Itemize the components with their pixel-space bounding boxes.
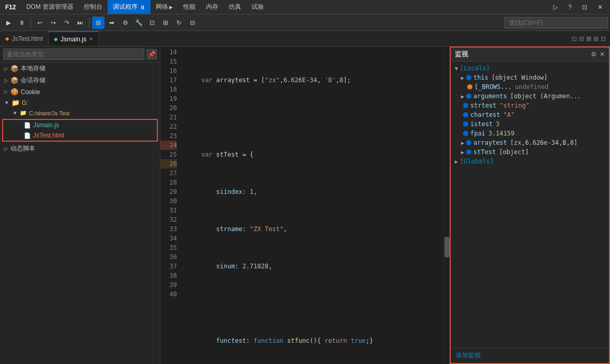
args-icon bbox=[466, 94, 471, 99]
brows-icon bbox=[467, 84, 472, 89]
step-out-button[interactable]: ↷ bbox=[61, 17, 73, 29]
sidebar-item-jsmain[interactable]: 📄 Jsmain.js bbox=[3, 120, 157, 130]
add-monitor-footer[interactable]: 添加监视 bbox=[451, 347, 609, 363]
sttest-expand-icon[interactable]: ▶ bbox=[461, 149, 464, 155]
tab-jsmain-close[interactable]: ✕ bbox=[89, 36, 93, 42]
storage-icon: ▷ bbox=[4, 66, 8, 71]
scroll-thumb[interactable] bbox=[444, 237, 450, 257]
code-line-19: sinum: 2.71828, bbox=[181, 262, 443, 271]
sidebar-item-session-storage[interactable]: ▷ 📦 会话存储 bbox=[0, 74, 160, 86]
sidebar-item-g-drive[interactable]: ▼ 📁 G: bbox=[0, 97, 160, 108]
sidebar-item-jstest-html[interactable]: 📄 JsTest.html bbox=[3, 130, 157, 141]
session-icon: ▷ bbox=[4, 78, 8, 83]
sidebar-item-cookie[interactable]: ▷ 🍪 Cookie bbox=[0, 86, 160, 97]
menu-right-icons: ▷ ? ⊡ ✕ bbox=[550, 3, 610, 12]
step-next-button[interactable]: ⏭ bbox=[74, 17, 86, 29]
monitor-item-brows[interactable]: [_BROWS... undefined bbox=[451, 82, 609, 92]
strtest-value: "string" bbox=[500, 102, 530, 109]
tab-jsmain[interactable]: ◆ Jsmain.js ✕ bbox=[49, 31, 99, 46]
this-expand-icon[interactable]: ▶ bbox=[461, 75, 464, 81]
restore-icon[interactable]: ⊡ bbox=[579, 3, 590, 12]
code-line-21: functest: function stfunc(){ return true… bbox=[181, 336, 443, 345]
menu-emulation[interactable]: 仿真 bbox=[224, 0, 246, 14]
monitor-item-sttest[interactable]: ▶ stTest [object] bbox=[451, 147, 609, 157]
folder-expand-icon: ▼ bbox=[12, 110, 18, 116]
tab-icon1[interactable]: ⊡ bbox=[572, 35, 577, 42]
monitor-item-arguments[interactable]: ▶ arguments [object (Argumen... bbox=[451, 92, 609, 101]
code-line-15 bbox=[181, 113, 443, 122]
tool8[interactable]: ⊞ bbox=[159, 17, 172, 29]
step-over-button[interactable]: ↩ bbox=[34, 17, 46, 29]
ln-17: 17 bbox=[160, 75, 177, 85]
step-into-button[interactable]: ↪ bbox=[47, 17, 59, 29]
menu-dom[interactable]: DOM 资源管理器 bbox=[21, 0, 79, 14]
ln-23: 23 bbox=[160, 131, 177, 141]
ln-26: 26 bbox=[160, 159, 177, 169]
cookie-emoji: 🍪 bbox=[10, 88, 19, 96]
arraytest-icon bbox=[466, 140, 471, 145]
local-storage-label: 本地存储 bbox=[21, 64, 46, 73]
ln-15: 15 bbox=[160, 57, 177, 66]
ln-38: 38 bbox=[160, 271, 177, 280]
tool5[interactable]: ⚙ bbox=[119, 17, 131, 29]
monitor-item-this[interactable]: ▶ this [object Window] bbox=[451, 73, 609, 82]
tab-icon4[interactable]: ⊞ bbox=[593, 35, 599, 42]
breakpoints-button[interactable]: ⊞ bbox=[92, 17, 105, 29]
monitor-item-chartest[interactable]: chartest "A" bbox=[451, 110, 609, 119]
filter-input[interactable] bbox=[3, 49, 144, 60]
tab-jstest[interactable]: ◆ JsTest.html bbox=[0, 31, 49, 46]
menu-memory[interactable]: 内存 bbox=[201, 0, 224, 14]
globals-expand-icon[interactable]: ▶ bbox=[455, 159, 458, 164]
tool9[interactable]: ↻ bbox=[173, 17, 185, 29]
menu-network[interactable]: 网络 ▶ bbox=[151, 0, 178, 14]
scroll-gutter[interactable] bbox=[443, 47, 450, 364]
sidebar-item-local-storage[interactable]: ▷ 📦 本地存储 bbox=[0, 63, 160, 74]
help-icon[interactable]: ? bbox=[565, 3, 575, 12]
monitor-item-fpai[interactable]: fpai 3.14159 bbox=[451, 129, 609, 138]
jsmain-file-icon: 📄 bbox=[24, 122, 31, 129]
search-input[interactable] bbox=[504, 17, 608, 28]
menu-experiment[interactable]: 试验 bbox=[246, 0, 269, 14]
sttest-key: stTest bbox=[473, 148, 496, 156]
strtest-key: strtest bbox=[470, 102, 497, 109]
menu-perf[interactable]: 性能 bbox=[178, 0, 201, 14]
search-bar-container bbox=[504, 17, 608, 28]
tab-icon2[interactable]: ⊟ bbox=[579, 35, 584, 42]
menu-debugger[interactable]: 调试程序 ⏸ bbox=[108, 0, 151, 14]
monitor-item-arraytest[interactable]: ▶ arraytest [zx,6.626e-34,B,8] bbox=[451, 138, 609, 147]
sidebar-item-dynamic-scripts[interactable]: ▷ 动态脚本 bbox=[0, 143, 160, 155]
sidebar-item-js-test-folder[interactable]: ▼ 📁 C:/share/Js Test bbox=[0, 108, 160, 118]
monitor-panel: 监视 ⚙ ✕ ▼ [Locals] ▶ this [object Window] bbox=[450, 47, 610, 364]
play-button[interactable]: ▶ bbox=[2, 17, 14, 29]
ln-19: 19 bbox=[160, 94, 177, 103]
sidebar-search-bar: 📌 bbox=[0, 47, 160, 63]
locals-section[interactable]: ▼ [Locals] bbox=[451, 64, 609, 73]
arraytest-expand-icon[interactable]: ▶ bbox=[461, 140, 464, 146]
fpai-value: 3.14159 bbox=[488, 130, 515, 137]
globals-section[interactable]: ▶ [Globals] bbox=[451, 157, 609, 166]
no-break-button[interactable]: ➡ bbox=[106, 17, 118, 29]
pin-button[interactable]: 📌 bbox=[146, 49, 157, 59]
locals-expand-icon[interactable]: ▼ bbox=[455, 66, 458, 71]
strtest-icon bbox=[463, 103, 468, 108]
expand-icon[interactable]: ▷ bbox=[550, 3, 561, 12]
monitor-settings-icon[interactable]: ⚙ bbox=[591, 51, 597, 58]
tool7[interactable]: ⊡ bbox=[146, 17, 158, 29]
close-icon[interactable]: ✕ bbox=[594, 3, 606, 12]
tool6[interactable]: 🔧 bbox=[132, 17, 145, 29]
monitor-tree: ▼ [Locals] ▶ this [object Window] [_BROW… bbox=[451, 62, 609, 347]
tab-icon5[interactable]: ⊡ bbox=[601, 35, 606, 42]
menu-console[interactable]: 控制台 bbox=[79, 0, 108, 14]
pause-button[interactable]: ⏸ bbox=[16, 17, 28, 29]
monitor-close-icon[interactable]: ✕ bbox=[600, 51, 605, 58]
monitor-item-istest[interactable]: istest 3 bbox=[451, 119, 609, 129]
tab-icon3[interactable]: ⊠ bbox=[586, 35, 591, 42]
main-area: 📌 ▷ 📦 本地存储 ▷ 📦 会话存储 ▷ 🍪 Cookie ▼ 📁 G: ▼ … bbox=[0, 47, 610, 364]
tab-jsmain-icon: ◆ bbox=[54, 36, 58, 42]
ln-25: 25 bbox=[160, 150, 177, 159]
monitor-title: 监视 bbox=[455, 50, 468, 59]
monitor-item-strtest[interactable]: strtest "string" bbox=[451, 101, 609, 110]
tool10[interactable]: ⊟ bbox=[186, 17, 199, 29]
istest-key: istest bbox=[470, 120, 493, 128]
args-expand-icon[interactable]: ▶ bbox=[461, 94, 464, 99]
